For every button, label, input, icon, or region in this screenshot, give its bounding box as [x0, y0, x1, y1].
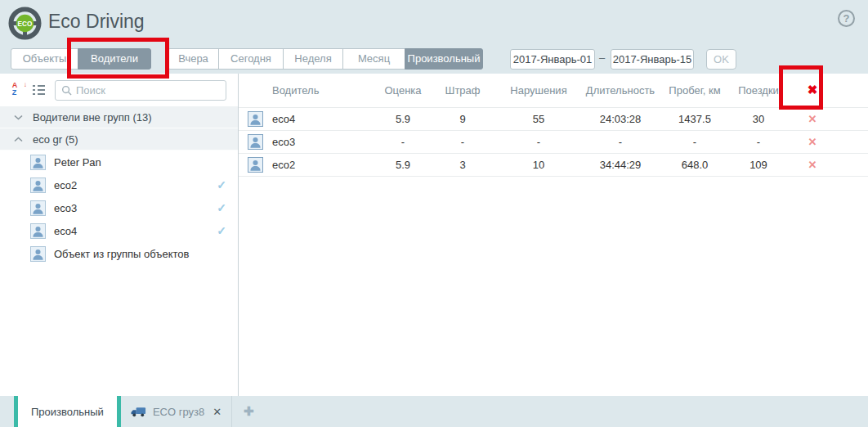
tree-group-label: Водители вне групп (13): [33, 111, 152, 124]
date-to-input[interactable]: [611, 49, 694, 70]
driver-avatar-icon: [248, 111, 263, 127]
sidebar-toolbar: A↓Z: [0, 74, 238, 106]
violations-cell: 10: [499, 153, 579, 176]
penalty-cell: -: [427, 130, 499, 153]
bottom-tab-eco-gruz8[interactable]: ECO груз8 ✕: [121, 396, 231, 427]
remove-row-icon[interactable]: ✕: [790, 107, 835, 130]
truck-icon: [131, 407, 146, 417]
table-header-row: Водитель Оценка Штраф Нарушения Длительн…: [239, 74, 868, 107]
add-tab-icon[interactable]: ✚: [231, 396, 266, 427]
help-icon[interactable]: ?: [838, 10, 855, 27]
tree-item-label: eco2: [54, 179, 77, 191]
search-box: [55, 80, 226, 101]
chevron-up-icon: [14, 137, 24, 142]
trips-cell: -: [727, 130, 790, 153]
mileage-cell: 648.0: [662, 153, 727, 176]
selected-check-icon[interactable]: ✓: [217, 201, 226, 214]
penalty-cell: 3: [427, 153, 499, 176]
driver-cell: eco3: [239, 134, 379, 150]
tree-item-peter-pan[interactable]: Peter Pan: [0, 151, 238, 173]
content-area: A↓Z: [0, 74, 868, 396]
date-range-separator: –: [599, 52, 605, 64]
tree-item-eco4[interactable]: eco4 ✓: [0, 219, 238, 242]
tree-item-label: Объект из группы объектов: [54, 248, 189, 260]
column-header-trips: Поездки: [727, 74, 790, 107]
driver-avatar-icon: [30, 200, 46, 216]
table-row[interactable]: eco3 - - - - - - ✕: [239, 130, 868, 153]
clear-all-icon[interactable]: ✖: [790, 74, 835, 107]
ok-button[interactable]: OK: [706, 49, 736, 70]
date-from-input[interactable]: [510, 49, 595, 70]
period-today-button[interactable]: Сегодня: [218, 48, 284, 70]
tree-item-label: eco4: [54, 225, 77, 237]
driver-name: eco3: [272, 136, 295, 148]
driver-name: eco2: [272, 159, 295, 171]
penalty-cell: 9: [427, 107, 499, 130]
driver-avatar-icon: [248, 157, 263, 173]
top-bar: ECO Eco Driving ? Объекты Водители Вчера…: [0, 0, 868, 74]
period-week-button[interactable]: Неделя: [283, 48, 343, 70]
bottom-tab-label: ECO груз8: [153, 406, 204, 418]
column-header-score: Оценка: [379, 74, 427, 107]
tree-group-label: eco gr (5): [33, 133, 78, 146]
chevron-down-icon: [14, 115, 24, 120]
selected-check-icon[interactable]: ✓: [217, 178, 226, 191]
results-table-area: Водитель Оценка Штраф Нарушения Длительн…: [239, 74, 868, 396]
trips-cell: 109: [727, 153, 790, 176]
column-header-mileage: Пробег, км: [662, 74, 727, 107]
sort-az-icon[interactable]: A↓Z: [10, 81, 28, 99]
eco-driving-logo-icon: ECO: [8, 7, 42, 40]
driver-avatar-icon: [30, 178, 46, 193]
mode-switch: Объекты Водители: [11, 48, 151, 70]
selected-check-icon[interactable]: ✓: [217, 224, 226, 237]
remove-row-icon[interactable]: ✕: [790, 130, 835, 153]
tree-item-object-from-group[interactable]: Объект из группы объектов: [0, 242, 238, 265]
period-month-button[interactable]: Месяц: [342, 48, 405, 70]
score-cell: 5.9: [379, 107, 427, 130]
column-header-duration: Длительность: [579, 74, 662, 107]
violations-cell: -: [499, 130, 579, 153]
group-list-icon[interactable]: [30, 81, 48, 99]
close-tab-icon[interactable]: ✕: [213, 406, 221, 418]
drivers-sidebar: A↓Z: [0, 74, 239, 396]
tree-group-eco-gr[interactable]: eco gr (5): [0, 128, 238, 151]
period-custom-button[interactable]: Произвольный: [405, 48, 483, 70]
driver-avatar-icon: [248, 134, 263, 150]
duration-cell: 34:44:29: [579, 153, 662, 176]
mileage-cell: 1437.5: [662, 107, 727, 130]
driver-avatar-icon: [30, 246, 46, 262]
logo-eco-text: ECO: [18, 20, 34, 28]
duration-cell: 24:03:28: [579, 107, 662, 130]
drivers-tree: Водители вне групп (13) eco gr (5) Peter…: [0, 106, 238, 265]
tab-objects[interactable]: Объекты: [11, 48, 78, 70]
period-switch: Вчера Сегодня Неделя Месяц Произвольный: [168, 48, 483, 70]
tree-item-eco3[interactable]: eco3 ✓: [0, 196, 238, 219]
violations-cell: 55: [499, 107, 579, 130]
bottom-tab-custom[interactable]: Произвольный: [18, 396, 117, 427]
tree-item-label: eco3: [54, 202, 77, 214]
bottom-tab-label: Произвольный: [31, 406, 104, 418]
tab-drivers[interactable]: Водители: [78, 48, 151, 70]
bottom-bar-spacer: [0, 396, 14, 427]
page-title: Eco Driving: [48, 11, 145, 33]
search-icon: [61, 85, 72, 96]
column-header-driver: Водитель: [239, 74, 379, 107]
score-cell: 5.9: [379, 153, 427, 176]
driver-cell: eco4: [239, 111, 379, 127]
remove-row-icon[interactable]: ✕: [790, 153, 835, 176]
mileage-cell: -: [662, 130, 727, 153]
driver-avatar-icon: [30, 155, 46, 170]
search-input[interactable]: [76, 84, 220, 97]
column-header-penalty: Штраф: [427, 74, 499, 107]
table-row[interactable]: eco4 5.9 9 55 24:03:28 1437.5 30 ✕: [239, 107, 868, 130]
tree-item-eco2[interactable]: eco2 ✓: [0, 173, 238, 196]
duration-cell: -: [579, 130, 662, 153]
score-cell: -: [379, 130, 427, 153]
column-header-violations: Нарушения: [499, 74, 579, 107]
driver-cell: eco2: [239, 157, 379, 173]
tree-group-drivers-without-groups[interactable]: Водители вне групп (13): [0, 106, 238, 128]
driver-name: eco4: [272, 113, 295, 125]
period-yesterday-button[interactable]: Вчера: [168, 48, 219, 70]
table-row[interactable]: eco2 5.9 3 10 34:44:29 648.0 109 ✕: [239, 153, 868, 176]
eco-driving-results-table: Водитель Оценка Штраф Нарушения Длительн…: [239, 74, 868, 177]
